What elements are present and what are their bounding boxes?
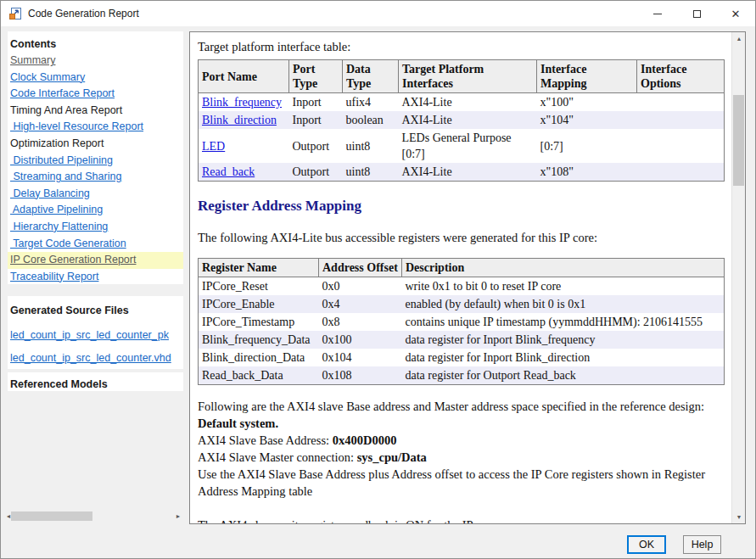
scroll-right-icon[interactable]: ►	[173, 511, 183, 522]
slave-base-label: AXI4 Slave Base Address:	[198, 433, 333, 447]
cell-description: enabled (by default) when bit 0 is 0x1	[402, 295, 725, 313]
table-row: Blink_direction Inport boolean AXI4-Lite…	[199, 111, 725, 129]
minimize-button[interactable]	[638, 1, 677, 26]
readback-line-1: The AXI4 slave write register readback i…	[198, 517, 724, 523]
contents-panel: Contents Summary Clock Summary Code Inte…	[8, 31, 183, 284]
cell-register-name: IPCore_Enable	[199, 295, 319, 313]
generated-source-files-panel: Generated Source Files led_count_ip_src_…	[8, 296, 183, 369]
cell-port-type: Inport	[289, 111, 343, 129]
col-interface-mapping: Interface Mapping	[537, 60, 637, 93]
sidebar-item-hierarchy-flattening[interactable]: Hierarchy Flattening	[8, 219, 183, 236]
sidebar-item-high-level-resource-report[interactable]: High-level Resource Report	[8, 119, 183, 136]
sidebar-item-streaming-and-sharing[interactable]: Streaming and Sharing	[8, 169, 183, 186]
cell-interface: AXI4-Lite	[399, 163, 537, 182]
ok-button[interactable]: OK	[627, 535, 666, 554]
help-button[interactable]: Help	[683, 535, 721, 554]
dialog-footer: OK Help	[1, 531, 755, 558]
usage-line: Use the AXI4 Slave Base Address plus Add…	[198, 466, 724, 500]
sidebar-item-distributed-pipelining[interactable]: Distributed Pipelining	[8, 153, 183, 170]
code-generation-report-window: Code Generation Report ✕ Contents Summar…	[0, 0, 756, 559]
table-row: Blink_frequency Inport ufix4 AXI4-Lite x…	[199, 93, 725, 112]
sidebar-item-summary[interactable]: Summary	[8, 53, 183, 70]
window-controls: ✕	[638, 1, 755, 26]
col-address-offset: Address Offset	[319, 259, 402, 277]
report-content: Target platform interface table: Port Na…	[190, 32, 731, 523]
maximize-icon	[693, 10, 701, 18]
target-platform-interface-table: Port Name Port Type Data Type Target Pla…	[198, 59, 725, 182]
address-info-block: Following are the AXI4 slave Base addres…	[198, 398, 724, 500]
cell-register-name: IPCore_Reset	[199, 277, 319, 296]
window-title: Code Generation Report	[28, 8, 139, 20]
maximize-button[interactable]	[677, 1, 716, 26]
cell-address-offset: 0x8	[319, 313, 402, 331]
port-link-blink-frequency[interactable]: Blink_frequency	[202, 96, 282, 109]
source-file-link-vhd[interactable]: led_count_ip_src_led_counter.vhd	[10, 351, 183, 365]
col-target-platform-interfaces: Target Platform Interfaces	[399, 60, 537, 93]
titlebar: Code Generation Report ✕	[1, 1, 755, 26]
cell-mapping: x"108"	[537, 163, 637, 182]
port-link-led[interactable]: LED	[202, 140, 225, 153]
cell-description: contains unique IP timestamp (yymmddHHMM…	[402, 313, 725, 331]
cell-mapping: x"100"	[537, 93, 637, 112]
minimize-icon	[653, 14, 662, 14]
register-address-mapping-table: Register Name Address Offset Description…	[198, 258, 725, 385]
col-register-name: Register Name	[199, 259, 319, 277]
cell-options	[637, 129, 725, 163]
sidebar-item-delay-balancing[interactable]: Delay Balancing	[8, 186, 183, 203]
scroll-up-icon[interactable]: ▲	[732, 32, 746, 45]
cell-interface: LEDs General Purpose [0:7]	[399, 129, 537, 163]
address-info-line: Following are the AXI4 slave Base addres…	[198, 398, 724, 415]
sidebar-item-optimization-report: Optimization Report	[8, 136, 183, 153]
cell-register-name: Blink_direction_Data	[199, 349, 319, 366]
generated-source-files-heading: Generated Source Files	[10, 301, 183, 319]
cell-data-type: boolean	[343, 111, 399, 129]
port-link-read-back[interactable]: Read_back	[202, 165, 255, 178]
cell-description: data register for Inport Blink_frequency	[402, 331, 725, 349]
window-body: Contents Summary Clock Summary Code Inte…	[1, 26, 755, 531]
table-header-row: Register Name Address Offset Description	[199, 259, 725, 277]
sidebar-item-target-code-generation[interactable]: Target Code Generation	[8, 236, 183, 253]
source-file-link-pkg[interactable]: led_count_ip_src_led_counter_pk	[10, 328, 183, 342]
table-row: Blink_frequency_Data 0x100 data register…	[199, 331, 725, 349]
sidebar-horizontal-scrollbar[interactable]: ◄ ►	[3, 511, 183, 522]
table-row: Blink_direction_Data 0x104 data register…	[199, 349, 725, 366]
slave-base-address-line: AXI4 Slave Base Address: 0x400D0000	[198, 432, 724, 449]
cell-description: data register for Inport Blink_direction	[402, 349, 725, 366]
vertical-scrollbar-thumb[interactable]	[733, 95, 744, 186]
content-vertical-scrollbar[interactable]: ▲ ▼	[731, 32, 745, 523]
sidebar-item-code-interface-report[interactable]: Code Interface Report	[8, 86, 183, 103]
cell-address-offset: 0x0	[319, 277, 402, 296]
sidebar-item-traceability-report[interactable]: Traceability Report	[8, 269, 183, 286]
cell-register-name: Read_back_Data	[199, 366, 319, 385]
table-row: Read_back_Data 0x108 data register for O…	[199, 366, 725, 385]
sidebar-item-clock-summary[interactable]: Clock Summary	[8, 70, 183, 87]
slave-base-value: 0x400D0000	[333, 433, 397, 447]
cell-port-type: Outport	[289, 129, 343, 163]
referenced-models-heading: Referenced Models	[10, 375, 183, 393]
cell-description: write 0x1 to bit 0 to reset IP core	[402, 277, 725, 296]
scroll-down-icon[interactable]: ▼	[732, 511, 746, 523]
cell-data-type: uint8	[343, 129, 399, 163]
horizontal-scrollbar-thumb[interactable]	[11, 511, 92, 521]
cell-mapping: [0:7]	[537, 129, 637, 163]
report-app-icon	[8, 7, 22, 20]
col-description: Description	[402, 259, 725, 277]
col-port-name: Port Name	[199, 60, 289, 93]
cell-address-offset: 0x100	[319, 331, 402, 349]
cell-data-type: uint8	[343, 163, 399, 182]
register-address-mapping-heading: Register Address Mapping	[198, 198, 724, 215]
master-connection-line: AXI4 Slave Master connection: sys_cpu/Da…	[198, 449, 724, 466]
sidebar-item-adaptive-pipelining[interactable]: Adaptive Pipelining	[8, 202, 183, 219]
cell-register-name: IPCore_Timestamp	[199, 313, 319, 331]
master-connection-label: AXI4 Slave Master connection:	[198, 450, 357, 464]
cell-interface: AXI4-Lite	[399, 93, 537, 112]
sidebar-item-timing-and-area-report: Timing And Area Report	[8, 103, 183, 120]
default-system-line: Default system.	[198, 415, 724, 432]
port-link-blink-direction[interactable]: Blink_direction	[202, 114, 277, 126]
table-row: Read_back Outport uint8 AXI4-Lite x"108"	[199, 163, 725, 182]
close-button[interactable]: ✕	[716, 1, 755, 26]
interface-table-caption: Target platform interface table:	[198, 38, 724, 55]
sidebar-item-ip-core-generation-report[interactable]: IP Core Generation Report	[8, 252, 183, 269]
close-icon: ✕	[731, 8, 741, 20]
referenced-models-panel: Referenced Models	[8, 372, 183, 391]
